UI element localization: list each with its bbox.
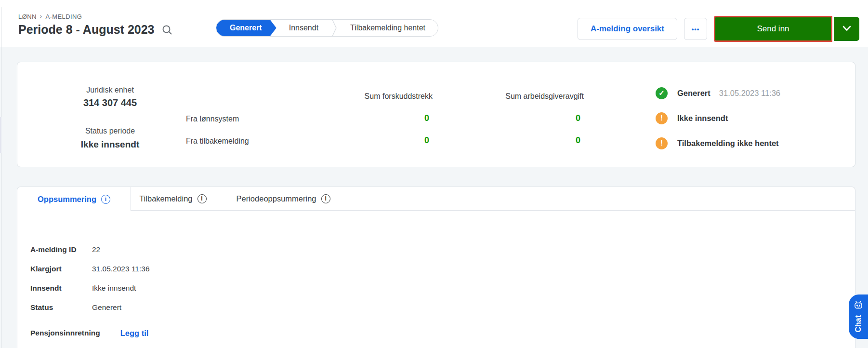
step-innsendt: Innsendt <box>276 20 331 36</box>
value-tilbakemelding-forskuddstrekk: 0 <box>326 135 429 146</box>
window-left-border <box>1 7 1 348</box>
detail-value: Ikke innsendt <box>92 284 136 293</box>
detail-label: Innsendt <box>30 284 92 293</box>
legal-entity-label: Juridisk enhet <box>44 86 176 94</box>
status-label: Tilbakemelding ikke hentet <box>677 139 779 148</box>
column-header-arbeidsgiveravgift: Sum arbeidsgiveravgift <box>480 92 584 101</box>
info-icon[interactable]: i <box>321 194 330 203</box>
status-label: Generert <box>677 89 710 98</box>
page-title: Periode 8 - August 2023 <box>18 23 155 37</box>
info-icon[interactable]: i <box>197 194 207 203</box>
breadcrumb: LØNN › A-MELDING <box>18 13 82 20</box>
detail-row-klargjort: Klargjort 31.05.2023 11:36 <box>30 259 855 279</box>
status-row-ikke-innsendt: ! Ikke innsendt <box>656 111 780 125</box>
detail-label: Pensjonsinnretning <box>30 329 120 337</box>
status-row-generert: ✓ Generert 31.05.2023 11:36 <box>656 86 780 100</box>
chat-label: Chat <box>854 315 863 333</box>
tab-oppsummering[interactable]: Oppsummering i <box>17 187 131 211</box>
step-tilbakemelding-hentet: Tilbakemelding hentet <box>338 20 438 36</box>
send-inn-split-button: Send inn <box>714 16 859 42</box>
tab-periodeoppsummering[interactable]: Periodeoppsummering i <box>222 194 345 203</box>
detail-value: 22 <box>92 245 100 254</box>
page-header: LØNN › A-MELDING Periode 8 - August 2023… <box>0 0 868 47</box>
tab-tilbakemelding[interactable]: Tilbakemelding i <box>124 194 221 203</box>
check-circle-icon: ✓ <box>656 87 668 99</box>
search-icon[interactable] <box>161 24 173 36</box>
detail-row-innsendt: Innsendt Ikke innsendt <box>30 279 855 298</box>
legg-til-link[interactable]: Legg til <box>120 329 149 338</box>
value-lonnsystem-arbeidsgiveravgift: 0 <box>477 113 580 123</box>
tab-label: Tilbakemelding <box>139 194 192 203</box>
details-panel: Oppsummering i Arbeidsgiveravgift i Tilb… <box>17 187 855 348</box>
detail-label: A-melding ID <box>30 245 92 254</box>
step-generert: Generert <box>216 20 276 36</box>
tab-label: Periodeoppsummering <box>237 194 316 203</box>
breadcrumb-lonn[interactable]: LØNN <box>18 13 37 20</box>
info-icon[interactable]: i <box>101 195 110 204</box>
status-row-tilbakemelding-ikke-hentet: ! Tilbakemelding ikke hentet <box>656 136 780 150</box>
status-timestamp: 31.05.2023 11:36 <box>719 89 780 98</box>
detail-value: 31.05.2023 11:36 <box>92 265 150 273</box>
row-label-fra-tilbakemelding: Fra tilbakemelding <box>186 137 249 146</box>
warning-circle-icon: ! <box>656 137 668 149</box>
period-status-label: Status periode <box>44 127 176 135</box>
status-stepper: Generert Innsendt Tilbakemelding hentet <box>216 19 438 37</box>
value-tilbakemelding-arbeidsgiveravgift: 0 <box>477 135 580 146</box>
breadcrumb-a-melding[interactable]: A-MELDING <box>45 13 82 20</box>
send-inn-dropdown-button[interactable] <box>834 17 859 41</box>
a-melding-details: A-melding ID 22 Klargjort 31.05.2023 11:… <box>17 211 855 343</box>
send-inn-button[interactable]: Send inn <box>714 16 832 42</box>
step-separator-icon <box>331 20 338 36</box>
a-melding-oversikt-button[interactable]: A-melding oversikt <box>578 18 677 40</box>
detail-row-status: Status Generert <box>30 298 855 317</box>
detail-label: Klargjort <box>30 265 92 273</box>
warning-circle-icon: ! <box>656 112 668 124</box>
detail-label: Status <box>30 303 92 312</box>
left-edge-stub <box>0 117 1 153</box>
tab-label: Oppsummering <box>38 195 96 204</box>
chat-widget-button[interactable]: Chat <box>849 294 868 339</box>
more-options-button[interactable]: ••• <box>684 18 707 40</box>
value-lonnsystem-forskuddstrekk: 0 <box>326 113 429 123</box>
detail-row-pensjonsinnretning: Pensjonsinnretning Legg til <box>30 323 855 343</box>
status-list: ✓ Generert 31.05.2023 11:36 ! Ikke innse… <box>656 86 780 161</box>
period-summary-card: Juridisk enhet 314 307 445 Status period… <box>17 62 855 167</box>
detail-value: Generert <box>92 303 121 312</box>
column-header-forskuddstrekk: Sum forskuddstrekk <box>329 92 433 101</box>
row-label-fra-lonnsystem: Fra lønnsystem <box>186 115 239 123</box>
chevron-down-icon <box>842 26 852 33</box>
detail-row-a-melding-id: A-melding ID 22 <box>30 240 855 259</box>
legal-entity-value: 314 307 445 <box>44 97 176 108</box>
robot-icon <box>853 301 864 312</box>
chevron-right-icon: › <box>40 13 42 20</box>
period-status-value: Ikke innsendt <box>44 139 176 150</box>
tab-bar: Oppsummering i Arbeidsgiveravgift i Tilb… <box>17 187 855 211</box>
status-label: Ikke innsendt <box>677 114 728 123</box>
